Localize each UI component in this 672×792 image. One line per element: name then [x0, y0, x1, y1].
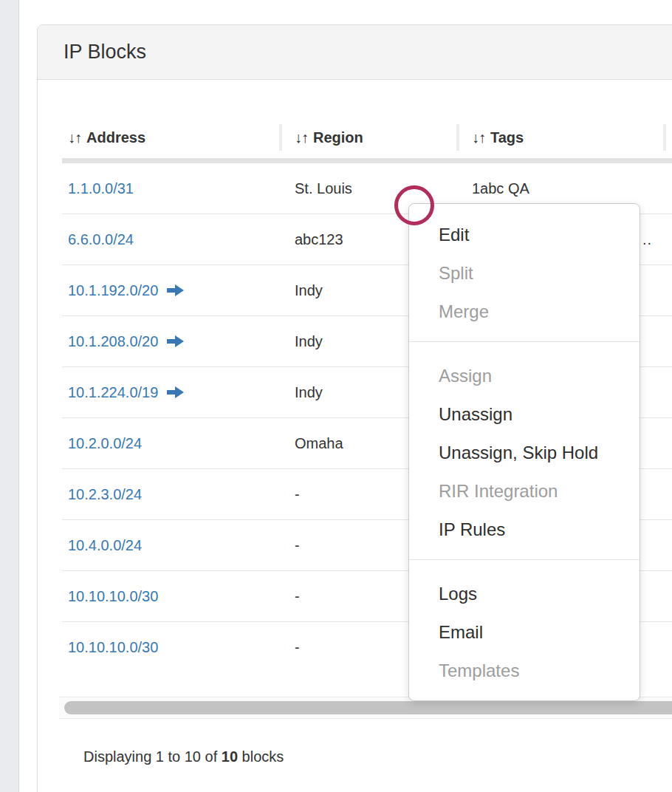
tags-text: ..	[642, 231, 652, 248]
column-header-label: Address	[86, 129, 145, 146]
region-text: -	[295, 639, 300, 656]
menu-section: LogsEmailTemplates	[409, 559, 640, 700]
ip-address-link[interactable]: 10.4.0.0/24	[68, 537, 142, 554]
page-left-gutter	[0, 0, 19, 792]
ip-address-text: 10.1.208.0/20	[68, 333, 158, 350]
extra-cell	[663, 367, 672, 417]
pagination-summary: Displaying 1 to 10 of 10 blocks	[83, 748, 672, 765]
extra-cell	[663, 469, 672, 519]
column-separator	[456, 124, 459, 151]
extra-cell	[663, 316, 672, 366]
extra-cell	[663, 214, 672, 264]
ip-address-link[interactable]: 10.10.10.0/30	[68, 639, 158, 656]
address-cell: 10.10.10.0/30	[62, 571, 279, 621]
region-text: Indy	[295, 333, 323, 350]
extra-cell	[663, 622, 672, 673]
column-header-region[interactable]: ↓↑ Region	[279, 117, 456, 158]
sort-icon: ↓↑	[472, 129, 485, 146]
address-cell: 10.1.208.0/20	[62, 316, 279, 366]
table-header-row: ↓↑ Address ↓↑ Region ↓↑ Tags	[62, 117, 672, 158]
pagination-count: 10	[222, 748, 238, 765]
menu-item-unassign[interactable]: Unassign	[409, 395, 640, 434]
menu-section: EditSplitMerge	[409, 204, 640, 341]
menu-item-templates: Templates	[409, 652, 640, 690]
assigned-arrow-icon	[167, 386, 184, 398]
ip-address-text: 10.4.0.0/24	[68, 537, 142, 554]
sort-icon: ↓↑	[295, 129, 308, 146]
table-header-underline	[62, 158, 672, 163]
column-header-address[interactable]: ↓↑ Address	[62, 117, 279, 158]
ip-address-text: 10.2.3.0/24	[68, 486, 142, 503]
address-cell: 10.1.224.0/19	[62, 367, 279, 417]
address-cell: 10.10.10.0/30	[62, 622, 279, 673]
ip-address-text: 10.1.192.0/20	[68, 282, 158, 299]
menu-item-merge: Merge	[409, 293, 640, 331]
ip-address-text: 6.6.0.0/24	[68, 231, 134, 248]
menu-item-ip-rules[interactable]: IP Rules	[409, 511, 640, 549]
column-header-extra	[663, 117, 672, 158]
address-cell: 10.4.0.0/24	[62, 520, 279, 570]
horizontal-scrollbar-thumb[interactable]	[64, 701, 672, 714]
sort-icon: ↓↑	[68, 129, 81, 146]
menu-item-assign: Assign	[409, 357, 640, 395]
region-text: -	[295, 486, 300, 503]
ip-address-text: 10.2.0.0/24	[68, 435, 142, 452]
extra-cell	[663, 520, 672, 570]
ip-address-link[interactable]: 10.1.224.0/19	[68, 384, 184, 401]
ip-address-link[interactable]: 10.2.3.0/24	[68, 486, 142, 503]
extra-cell	[663, 418, 672, 468]
address-cell: 6.6.0.0/24	[62, 214, 279, 264]
menu-item-split: Split	[409, 254, 640, 293]
menu-section: AssignUnassignUnassign, Skip HoldRIR Int…	[409, 341, 640, 559]
cursor-click-indicator	[394, 185, 434, 225]
region-text: St. Louis	[295, 180, 352, 197]
column-header-label: Region	[313, 129, 363, 146]
ip-address-text: 10.10.10.0/30	[68, 588, 158, 605]
column-header-tags[interactable]: ↓↑ Tags	[456, 117, 663, 158]
pagination-suffix: blocks	[238, 748, 284, 765]
ip-address-link[interactable]: 10.1.208.0/20	[68, 333, 184, 350]
menu-item-edit[interactable]: Edit	[409, 216, 640, 254]
region-text: -	[295, 537, 300, 554]
ip-address-link[interactable]: 10.2.0.0/24	[68, 435, 142, 452]
address-cell: 1.1.0.0/31	[62, 163, 279, 214]
extra-cell	[663, 163, 672, 214]
ip-address-text: 10.10.10.0/30	[68, 639, 158, 656]
extra-cell	[663, 571, 672, 621]
ip-address-text: 1.1.0.0/31	[68, 180, 134, 197]
pagination-prefix: Displaying 1 to 10 of	[83, 748, 222, 765]
address-cell: 10.2.0.0/24	[62, 418, 279, 468]
ip-address-link[interactable]: 10.10.10.0/30	[68, 588, 158, 605]
column-separator	[279, 124, 282, 151]
region-text: -	[295, 588, 300, 605]
address-cell: 10.1.192.0/20	[62, 265, 279, 315]
menu-item-email[interactable]: Email	[409, 613, 640, 652]
region-text: Indy	[295, 384, 323, 401]
column-header-label: Tags	[490, 129, 524, 146]
address-cell: 10.2.3.0/24	[62, 469, 279, 519]
extra-cell	[663, 265, 672, 315]
context-menu: EditSplitMergeAssignUnassignUnassign, Sk…	[408, 203, 640, 701]
menu-item-unassign-skip-hold[interactable]: Unassign, Skip Hold	[409, 434, 640, 472]
menu-item-logs[interactable]: Logs	[409, 575, 640, 613]
region-text: Omaha	[295, 435, 343, 452]
ip-address-text: 10.1.224.0/19	[68, 384, 158, 401]
region-text: abc123	[295, 231, 343, 248]
assigned-arrow-icon	[167, 335, 184, 347]
column-separator	[663, 124, 666, 151]
tags-text: 1abc QA	[472, 180, 529, 197]
menu-item-rir-integration: RIR Integration	[409, 472, 640, 511]
ip-address-link[interactable]: 6.6.0.0/24	[68, 231, 134, 248]
ip-address-link[interactable]: 10.1.192.0/20	[68, 282, 184, 299]
region-text: Indy	[295, 282, 323, 299]
assigned-arrow-icon	[167, 284, 184, 296]
panel-header: IP Blocks	[38, 25, 672, 80]
ip-address-link[interactable]: 1.1.0.0/31	[68, 180, 134, 197]
panel-title: IP Blocks	[64, 41, 146, 64]
